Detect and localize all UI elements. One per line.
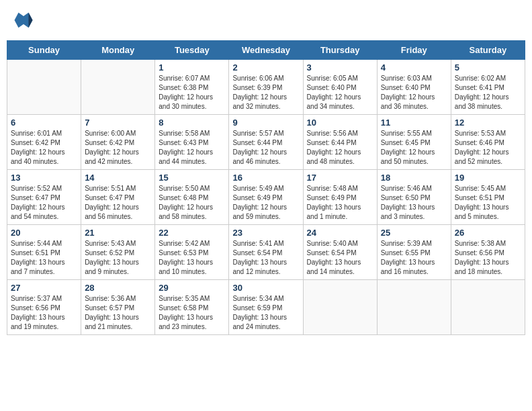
calendar-day-cell: 2Sunrise: 6:06 AM Sunset: 6:39 PM Daylig… xyxy=(229,60,303,115)
calendar-day-cell: 8Sunrise: 5:58 AM Sunset: 6:43 PM Daylig… xyxy=(155,115,229,170)
calendar-day-cell xyxy=(7,60,81,115)
day-info: Sunrise: 6:03 AM Sunset: 6:40 PM Dayligh… xyxy=(381,74,447,111)
day-info: Sunrise: 5:50 AM Sunset: 6:48 PM Dayligh… xyxy=(159,184,225,222)
calendar-day-cell: 1Sunrise: 6:07 AM Sunset: 6:38 PM Daylig… xyxy=(155,60,229,115)
calendar-day-cell: 9Sunrise: 5:57 AM Sunset: 6:44 PM Daylig… xyxy=(229,115,303,170)
calendar-day-cell: 6Sunrise: 6:01 AM Sunset: 6:42 PM Daylig… xyxy=(7,115,81,170)
day-info: Sunrise: 5:55 AM Sunset: 6:45 PM Dayligh… xyxy=(381,129,447,167)
day-number: 12 xyxy=(455,118,521,128)
calendar-day-cell: 11Sunrise: 5:55 AM Sunset: 6:45 PM Dayli… xyxy=(377,115,451,170)
day-of-week-header: Tuesday xyxy=(155,41,229,60)
day-info: Sunrise: 5:44 AM Sunset: 6:51 PM Dayligh… xyxy=(11,239,77,277)
day-of-week-header: Sunday xyxy=(7,41,81,60)
calendar-day-cell: 27Sunrise: 5:37 AM Sunset: 6:56 PM Dayli… xyxy=(7,280,81,335)
day-info: Sunrise: 5:48 AM Sunset: 6:49 PM Dayligh… xyxy=(307,184,373,222)
day-info: Sunrise: 5:43 AM Sunset: 6:52 PM Dayligh… xyxy=(85,239,151,277)
day-number: 20 xyxy=(11,228,77,238)
calendar-day-cell: 14Sunrise: 5:51 AM Sunset: 6:47 PM Dayli… xyxy=(81,170,155,225)
day-number: 4 xyxy=(381,62,447,73)
calendar-day-cell: 3Sunrise: 6:05 AM Sunset: 6:40 PM Daylig… xyxy=(303,60,377,115)
calendar-week-row: 1Sunrise: 6:07 AM Sunset: 6:38 PM Daylig… xyxy=(7,60,525,115)
day-number: 2 xyxy=(232,62,299,73)
day-info: Sunrise: 5:46 AM Sunset: 6:50 PM Dayligh… xyxy=(381,184,447,222)
logo-icon xyxy=(13,10,34,30)
calendar-day-cell: 5Sunrise: 6:02 AM Sunset: 6:41 PM Daylig… xyxy=(451,60,525,115)
day-number: 28 xyxy=(85,283,151,293)
day-info: Sunrise: 5:57 AM Sunset: 6:44 PM Dayligh… xyxy=(232,129,299,167)
day-number: 13 xyxy=(11,173,77,183)
calendar-day-cell: 12Sunrise: 5:53 AM Sunset: 6:46 PM Dayli… xyxy=(451,115,525,170)
day-info: Sunrise: 6:05 AM Sunset: 6:40 PM Dayligh… xyxy=(307,74,373,111)
calendar-week-row: 6Sunrise: 6:01 AM Sunset: 6:42 PM Daylig… xyxy=(7,115,525,170)
day-number: 21 xyxy=(85,228,151,238)
day-info: Sunrise: 6:06 AM Sunset: 6:39 PM Dayligh… xyxy=(232,74,299,111)
calendar-week-row: 27Sunrise: 5:37 AM Sunset: 6:56 PM Dayli… xyxy=(7,280,525,335)
day-of-week-header: Wednesday xyxy=(229,41,303,60)
calendar-day-cell: 22Sunrise: 5:42 AM Sunset: 6:53 PM Dayli… xyxy=(155,225,229,280)
calendar-day-cell xyxy=(303,280,377,335)
day-of-week-header: Friday xyxy=(377,41,451,60)
day-info: Sunrise: 5:52 AM Sunset: 6:47 PM Dayligh… xyxy=(11,184,77,222)
day-number: 8 xyxy=(159,118,225,128)
calendar-day-cell: 28Sunrise: 5:36 AM Sunset: 6:57 PM Dayli… xyxy=(81,280,155,335)
day-number: 3 xyxy=(307,62,373,73)
day-info: Sunrise: 5:42 AM Sunset: 6:53 PM Dayligh… xyxy=(159,239,225,277)
calendar-table: SundayMondayTuesdayWednesdayThursdayFrid… xyxy=(7,40,525,335)
day-number: 14 xyxy=(85,173,151,183)
day-number: 19 xyxy=(455,173,521,183)
calendar-day-cell: 15Sunrise: 5:50 AM Sunset: 6:48 PM Dayli… xyxy=(155,170,229,225)
day-info: Sunrise: 5:38 AM Sunset: 6:56 PM Dayligh… xyxy=(455,239,521,277)
day-info: Sunrise: 5:58 AM Sunset: 6:43 PM Dayligh… xyxy=(159,129,225,167)
day-of-week-header: Saturday xyxy=(451,41,525,60)
day-number: 11 xyxy=(381,118,447,128)
calendar-week-row: 13Sunrise: 5:52 AM Sunset: 6:47 PM Dayli… xyxy=(7,170,525,225)
day-number: 15 xyxy=(159,173,225,183)
svg-marker-1 xyxy=(29,13,33,28)
calendar-day-cell: 4Sunrise: 6:03 AM Sunset: 6:40 PM Daylig… xyxy=(377,60,451,115)
day-number: 6 xyxy=(11,118,77,128)
calendar-day-cell: 19Sunrise: 5:45 AM Sunset: 6:51 PM Dayli… xyxy=(451,170,525,225)
day-info: Sunrise: 5:49 AM Sunset: 6:49 PM Dayligh… xyxy=(232,184,299,222)
day-number: 30 xyxy=(232,283,299,293)
calendar-day-cell: 7Sunrise: 6:00 AM Sunset: 6:42 PM Daylig… xyxy=(81,115,155,170)
calendar-day-cell: 25Sunrise: 5:39 AM Sunset: 6:55 PM Dayli… xyxy=(377,225,451,280)
calendar-day-cell xyxy=(81,60,155,115)
day-info: Sunrise: 5:41 AM Sunset: 6:54 PM Dayligh… xyxy=(232,239,299,277)
day-number: 5 xyxy=(455,62,521,73)
day-number: 17 xyxy=(307,173,373,183)
calendar-week-row: 20Sunrise: 5:44 AM Sunset: 6:51 PM Dayli… xyxy=(7,225,525,280)
day-info: Sunrise: 5:34 AM Sunset: 6:59 PM Dayligh… xyxy=(232,294,299,332)
day-info: Sunrise: 5:39 AM Sunset: 6:55 PM Dayligh… xyxy=(381,239,447,277)
calendar-day-cell: 13Sunrise: 5:52 AM Sunset: 6:47 PM Dayli… xyxy=(7,170,81,225)
day-info: Sunrise: 5:51 AM Sunset: 6:47 PM Dayligh… xyxy=(85,184,151,222)
calendar-day-cell xyxy=(451,280,525,335)
day-info: Sunrise: 5:45 AM Sunset: 6:51 PM Dayligh… xyxy=(455,184,521,222)
day-number: 16 xyxy=(232,173,299,183)
day-info: Sunrise: 5:37 AM Sunset: 6:56 PM Dayligh… xyxy=(11,294,77,332)
calendar-day-cell: 10Sunrise: 5:56 AM Sunset: 6:44 PM Dayli… xyxy=(303,115,377,170)
day-number: 23 xyxy=(232,228,299,238)
day-number: 26 xyxy=(455,228,521,238)
day-info: Sunrise: 6:00 AM Sunset: 6:42 PM Dayligh… xyxy=(85,129,151,167)
day-of-week-header: Monday xyxy=(81,41,155,60)
calendar-day-cell: 18Sunrise: 5:46 AM Sunset: 6:50 PM Dayli… xyxy=(377,170,451,225)
calendar-day-cell xyxy=(377,280,451,335)
day-number: 24 xyxy=(307,228,373,238)
day-info: Sunrise: 5:56 AM Sunset: 6:44 PM Dayligh… xyxy=(307,129,373,167)
day-info: Sunrise: 6:07 AM Sunset: 6:38 PM Dayligh… xyxy=(159,74,225,111)
calendar-day-cell: 20Sunrise: 5:44 AM Sunset: 6:51 PM Dayli… xyxy=(7,225,81,280)
calendar-day-cell: 17Sunrise: 5:48 AM Sunset: 6:49 PM Dayli… xyxy=(303,170,377,225)
day-of-week-header: Thursday xyxy=(303,41,377,60)
calendar-day-cell: 23Sunrise: 5:41 AM Sunset: 6:54 PM Dayli… xyxy=(229,225,303,280)
calendar-day-cell: 26Sunrise: 5:38 AM Sunset: 6:56 PM Dayli… xyxy=(451,225,525,280)
day-number: 9 xyxy=(232,118,299,128)
calendar-day-cell: 24Sunrise: 5:40 AM Sunset: 6:54 PM Dayli… xyxy=(303,225,377,280)
calendar-day-cell: 30Sunrise: 5:34 AM Sunset: 6:59 PM Dayli… xyxy=(229,280,303,335)
day-number: 27 xyxy=(11,283,77,293)
day-number: 22 xyxy=(159,228,225,238)
day-info: Sunrise: 5:53 AM Sunset: 6:46 PM Dayligh… xyxy=(455,129,521,167)
day-number: 10 xyxy=(307,118,373,128)
day-info: Sunrise: 5:40 AM Sunset: 6:54 PM Dayligh… xyxy=(307,239,373,277)
day-number: 18 xyxy=(381,173,447,183)
calendar-day-cell: 21Sunrise: 5:43 AM Sunset: 6:52 PM Dayli… xyxy=(81,225,155,280)
